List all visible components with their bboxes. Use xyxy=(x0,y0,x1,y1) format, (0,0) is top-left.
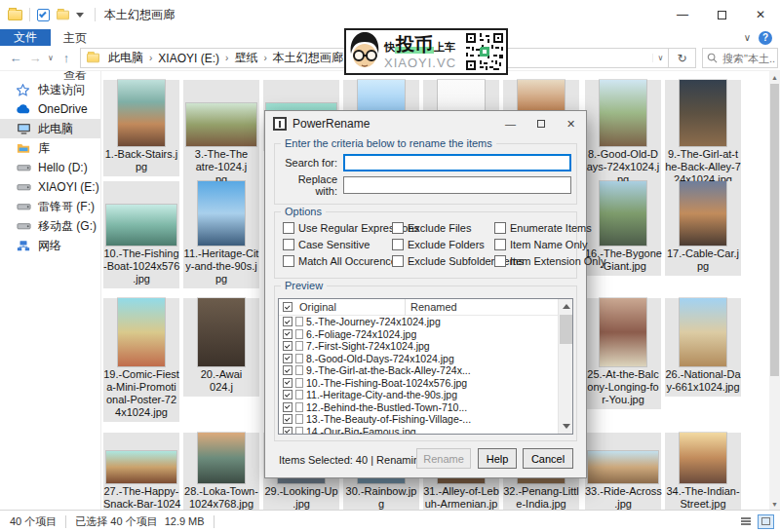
checkbox[interactable] xyxy=(392,222,404,234)
row-checkbox[interactable] xyxy=(283,378,292,388)
minimize-button[interactable]: — xyxy=(663,0,702,29)
breadcrumb-separator-icon[interactable]: › xyxy=(223,53,230,63)
list-scrollbar-thumb[interactable] xyxy=(560,315,572,344)
preview-row[interactable]: 8.-Good-Old-Days-724x1024.jpg xyxy=(279,353,572,365)
preview-row[interactable]: 13.-The-Beauty-of-Fishing-Village-... xyxy=(279,413,572,426)
file-tile[interactable]: 28.-Loka-Town-1024x768.jpg xyxy=(183,433,259,510)
checkbox[interactable] xyxy=(283,255,294,267)
preview-row[interactable]: 7.-First-Sight-724x1024.jpg xyxy=(279,340,572,353)
checkbox[interactable] xyxy=(494,255,506,267)
sidebar-item-drive[interactable]: 移动盘 (G:) xyxy=(0,216,100,236)
file-tile[interactable]: 27.-The-Happy-Snack-Bar-1024x576.j xyxy=(103,433,179,510)
select-all-checkbox[interactable] xyxy=(283,302,292,312)
file-tile[interactable]: 11.-Heritage-City-and-the-90s.jpg xyxy=(183,181,259,288)
row-checkbox[interactable] xyxy=(283,414,292,424)
preview-row[interactable]: 11.-Heritage-City-and-the-90s.jpg xyxy=(279,389,572,401)
scroll-down-icon[interactable]: ▼ xyxy=(769,498,780,510)
explorer-scrollbar[interactable]: ▲ ▼ xyxy=(769,71,780,510)
ribbon-collapse-icon[interactable]: ∨ xyxy=(744,32,751,43)
quick-access-dropdown-icon[interactable] xyxy=(76,13,84,18)
preview-row[interactable]: 10.-The-Fishing-Boat-1024x576.jpg xyxy=(279,377,572,390)
file-tile[interactable]: 25.-At-the-Balcony-Longing-for-You.jpg xyxy=(585,298,661,409)
maximize-button[interactable] xyxy=(702,0,741,29)
history-dropdown-icon[interactable]: ∨ xyxy=(45,54,57,62)
column-original[interactable]: Original xyxy=(295,301,405,313)
sidebar-item-network[interactable]: 网络 xyxy=(0,236,100,255)
file-tile[interactable]: 20.-Awai024.j xyxy=(183,298,259,397)
breadcrumb-item[interactable]: XIAOYI (E:) xyxy=(154,52,223,65)
option-item-name-only[interactable]: Item Name Only xyxy=(494,239,587,250)
preview-row[interactable]: 9.-The-Girl-at-the-Back-Alley-724x... xyxy=(279,364,572,377)
row-checkbox[interactable] xyxy=(283,365,292,375)
row-checkbox[interactable] xyxy=(283,341,292,351)
dialog-minimize-button[interactable]: — xyxy=(495,111,526,136)
preview-row[interactable]: 6.-Foliage-724x1024.jpg xyxy=(279,328,572,341)
close-button[interactable]: ✕ xyxy=(741,0,780,29)
dialog-close-button[interactable]: ✕ xyxy=(556,111,586,136)
preview-list-scrollbar[interactable] xyxy=(558,299,572,434)
tab-file[interactable]: 文件 xyxy=(0,29,51,46)
row-checkbox[interactable] xyxy=(283,329,292,339)
sidebar-item-pc[interactable]: 此电脑 xyxy=(0,119,100,138)
preview-row[interactable]: 12.-Behind-the-Bustled-Town-710... xyxy=(279,401,572,414)
list-scroll-up-icon[interactable] xyxy=(559,299,573,314)
help-icon[interactable]: ? xyxy=(759,31,772,45)
forward-button[interactable]: → xyxy=(25,51,45,65)
preview-row[interactable]: 5.-The-Journey-724x1024.jpg xyxy=(279,316,572,328)
checkbox[interactable] xyxy=(283,222,294,234)
option-match-all-occurences[interactable]: Match All Occurences xyxy=(283,255,402,267)
row-checkbox[interactable] xyxy=(283,402,292,412)
file-tile[interactable]: 26.-National-Day-661x1024.jpg xyxy=(665,298,741,397)
sidebar-item-cloud[interactable]: OneDrive xyxy=(0,99,100,119)
file-tile[interactable]: 34.-The-Indian-Street.jpg xyxy=(665,433,741,510)
scrollbar-thumb[interactable] xyxy=(770,84,779,376)
breadcrumb-separator-icon[interactable]: › xyxy=(147,53,154,63)
preview-row[interactable]: 14.-Our-Big-Famous.jpg xyxy=(279,426,572,436)
file-tile[interactable]: 17.-Cable-Car.jpg xyxy=(665,181,741,276)
breadcrumb-item[interactable]: 此电脑 xyxy=(104,50,147,66)
cancel-button[interactable]: Cancel xyxy=(523,448,573,469)
file-tile[interactable]: 3.-The-Theatre-1024.jpg xyxy=(183,80,259,189)
file-tile[interactable]: 33.-Ride-Across.jpg xyxy=(585,433,661,510)
sidebar-item-drive[interactable]: XIAOYI (E:) xyxy=(0,177,100,197)
sidebar-item-drive[interactable]: Hello (D:) xyxy=(0,158,100,177)
file-tile[interactable]: 9.-The-Girl-at-the-Back-Alley-724x1024.j… xyxy=(665,80,741,189)
address-dropdown-icon[interactable]: ∨ xyxy=(652,54,668,62)
back-button[interactable]: ← xyxy=(6,51,25,65)
row-checkbox[interactable] xyxy=(283,427,292,435)
search-for-input[interactable] xyxy=(343,154,571,171)
scroll-up-icon[interactable]: ▲ xyxy=(769,71,780,83)
list-scroll-down-icon[interactable] xyxy=(559,419,573,434)
checkbox[interactable] xyxy=(494,239,506,250)
option-item-extension-only[interactable]: Item Extension Only xyxy=(494,255,605,267)
row-checkbox[interactable] xyxy=(283,317,292,326)
details-view-icon[interactable] xyxy=(737,514,754,529)
checkbox[interactable] xyxy=(283,239,294,250)
help-button[interactable]: Help xyxy=(478,448,517,469)
sidebar-item-library[interactable]: 库 xyxy=(0,138,100,158)
search-input[interactable] xyxy=(721,52,777,65)
breadcrumb-item[interactable]: 壁纸 xyxy=(230,50,261,66)
column-renamed[interactable]: Renamed xyxy=(406,301,572,313)
quick-access-properties-icon[interactable] xyxy=(37,9,50,21)
checkbox[interactable] xyxy=(392,255,404,267)
breadcrumb-item[interactable]: 本土幻想画廊 xyxy=(269,50,347,66)
thumbnail-view-icon[interactable] xyxy=(758,514,774,529)
replace-with-input[interactable] xyxy=(343,176,571,194)
checkbox[interactable] xyxy=(494,222,506,234)
checkbox[interactable] xyxy=(392,239,404,250)
file-tile[interactable]: 8.-Good-Old-Days-724x1024.jpg xyxy=(585,80,661,189)
row-checkbox[interactable] xyxy=(283,390,292,399)
option-exclude-folders[interactable]: Exclude Folders xyxy=(392,239,485,250)
option-enumerate-items[interactable]: Enumerate Items xyxy=(494,222,592,234)
dialog-maximize-button[interactable] xyxy=(526,111,556,136)
rename-button[interactable]: Rename xyxy=(416,448,471,469)
file-tile[interactable]: 10.-The-Fishing-Boat-1024x576.jpg xyxy=(103,181,179,288)
sidebar-item-drive[interactable]: 雷锋哥 (F:) xyxy=(0,197,100,216)
breadcrumb-separator-icon[interactable]: › xyxy=(261,53,268,63)
up-button[interactable]: ↑ xyxy=(57,51,76,65)
option-exclude-files[interactable]: Exclude Files xyxy=(392,222,471,234)
search-box[interactable] xyxy=(702,48,778,68)
option-case-sensitive[interactable]: Case Sensitive xyxy=(283,239,370,250)
refresh-icon[interactable]: ↻ xyxy=(669,48,696,68)
